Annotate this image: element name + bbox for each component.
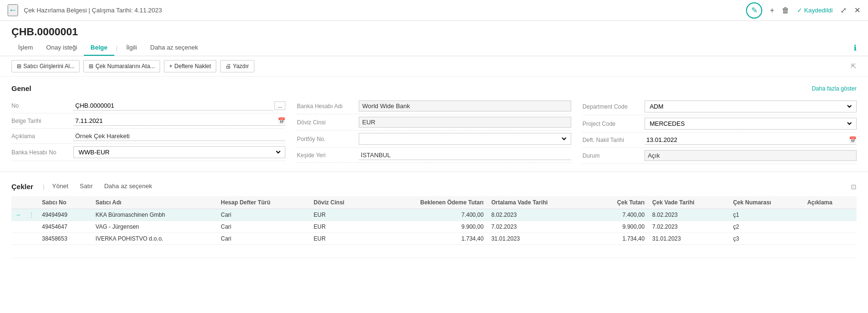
row-menu-cell[interactable] (25, 221, 38, 233)
row-ortalama-vade-tarihi: 31.01.2023 (487, 233, 591, 245)
cekler-title: Çekler (11, 182, 33, 191)
row-satici-no: 49494949 (38, 209, 92, 221)
show-more-link[interactable]: Daha fazla göster (812, 85, 857, 92)
saved-label: ✓ Kaydedildi (797, 7, 833, 14)
doviz-cinsi-input (359, 117, 571, 128)
deft-calendar-icon[interactable]: 📅 (849, 136, 857, 143)
project-code-label: Project Code (583, 121, 645, 127)
banka-hesabi-adi-label: Banka Hesabı Adı (297, 103, 359, 110)
deftere-naklet-icon: + (169, 63, 172, 70)
row-doviz-cinsi: EUR (310, 233, 372, 245)
col-ortalama-vade-tarihi: Ortalama Vade Tarihi (487, 196, 591, 209)
table-row[interactable]: 38458653 IVERKA POHISTVO d.o.o. Cari EUR… (11, 233, 857, 245)
row-arrow-cell (11, 233, 25, 245)
banka-hesabi-adi-row: Banka Hesabı Adı (297, 98, 571, 114)
satici-girisleri-icon: ⊞ (17, 63, 21, 70)
calendar-icon[interactable]: 📅 (278, 117, 285, 124)
col-cek-numarasi: Çek Numarası (729, 196, 804, 209)
genel-form: No ... Belge Tarihi 📅 Açıklama (11, 98, 857, 164)
col-menu (25, 196, 38, 209)
info-icon: ℹ (854, 44, 857, 52)
banka-hesabi-no-select[interactable]: WWB-EUR (77, 148, 282, 156)
tab-islem[interactable]: İşlem (11, 40, 40, 56)
row-cek-numarasi: ç3 (729, 233, 804, 245)
row-ortalama-vade-tarihi: 7.02.2023 (487, 221, 591, 233)
project-code-row: Project Code MERCEDES (583, 115, 857, 132)
portfoy-no-row: Portföy No. (297, 131, 571, 148)
banka-hesabi-adi-input (359, 101, 571, 111)
yazdir-icon: 🖨 (225, 63, 231, 70)
genel-title: Genel (11, 84, 31, 92)
row-aciklama (803, 209, 857, 221)
row-satici-adi: IVERKA POHISTVO d.o.o. (92, 233, 217, 245)
deft-nakil-tarihi-row: Deft. Nakil Tarihi 📅 (583, 132, 857, 148)
edit-button[interactable]: ✎ (746, 2, 762, 19)
deft-nakil-tarihi-input[interactable] (645, 135, 849, 144)
keside-yeri-label: Keşide Yeri (297, 152, 359, 159)
row-cek-vade-tarihi: 31.01.2023 (648, 233, 729, 245)
no-value: ... (73, 101, 285, 111)
belge-tarihi-row: Belge Tarihi 📅 (11, 113, 285, 129)
cekler-table: Satıcı No Satıcı Adı Hesap Defter Türü D… (11, 196, 857, 258)
department-code-row: Department Code ADM (583, 98, 857, 115)
back-button[interactable]: ← (8, 4, 18, 16)
yazdir-button[interactable]: 🖨 Yazdır (220, 60, 254, 72)
row-cek-vade-tarihi: 8.02.2023 (648, 209, 729, 221)
cekler-header: Çekler | Yönet Satır Daha az seçenek ⊡ (11, 180, 857, 193)
banka-hesabi-no-label: Banka Hesabı No (11, 149, 73, 156)
row-cek-tutari: 7.400,00 (591, 209, 648, 221)
col-satici-no: Satıcı No (38, 196, 92, 209)
col-doviz-cinsi: Döviz Cinsi (310, 196, 372, 209)
expand-button[interactable]: ⤢ (840, 6, 847, 15)
col-satici-adi: Satıcı Adı (92, 196, 217, 209)
department-code-select[interactable]: ADM (648, 102, 853, 111)
cekler-section: Çekler | Yönet Satır Daha az seçenek ⊡ S… (0, 176, 868, 262)
row-aciklama (803, 233, 857, 245)
keside-yeri-input[interactable] (359, 151, 571, 160)
tab-onay[interactable]: Onay isteği (40, 40, 84, 56)
col-cek-vade-tarihi: Çek Vade Tarihi (648, 196, 729, 209)
row-satici-no: 38458653 (38, 233, 92, 245)
table-row[interactable]: 49454647 VAG - Jürgensen Cari EUR 9.900,… (11, 221, 857, 233)
no-extra-btn[interactable]: ... (274, 101, 285, 110)
cek-numaralari-ata-button[interactable]: ⊞ Çek Numaralarını Ata... (83, 60, 160, 72)
row-aciklama (803, 221, 857, 233)
doc-title: ÇHB.0000001 (0, 21, 868, 40)
tab-daha-az[interactable]: Daha az seçenek (143, 40, 204, 56)
row-doviz-cinsi: EUR (310, 209, 372, 221)
table-row[interactable]: → ⋮ 49494949 KKA Büromaschinen Gmbh Cari… (11, 209, 857, 221)
aciklama-input[interactable] (73, 131, 285, 141)
form-col-1: No ... Belge Tarihi 📅 Açıklama (11, 98, 285, 164)
tab-belge[interactable]: Belge (84, 40, 114, 56)
row-arrow-cell (11, 221, 25, 233)
deftere-naklet-button[interactable]: + Deftere Naklet (164, 60, 216, 72)
topbar-actions: ✎ + 🗑 ✓ Kaydedildi ⤢ ✕ (746, 2, 860, 19)
cekler-tab-yonet[interactable]: Yönet (46, 180, 74, 193)
row-arrow-cell: → (11, 209, 25, 221)
no-input[interactable] (73, 101, 273, 111)
row-cek-tutari: 1.734,40 (591, 233, 648, 245)
cekler-tab-satir[interactable]: Satır (74, 180, 98, 193)
cekler-resize-icon[interactable]: ⊡ (851, 183, 857, 191)
close-button[interactable]: ✕ (854, 6, 860, 15)
row-cek-tutari: 9.900,00 (591, 221, 648, 233)
project-code-select[interactable]: MERCEDES (648, 120, 853, 128)
cekler-tab-daha-az[interactable]: Daha az seçenek (99, 180, 158, 193)
deft-nakil-tarihi-label: Deft. Nakil Tarihi (583, 137, 645, 143)
tab-ilgili[interactable]: İlgili (120, 40, 143, 56)
row-satici-adi: VAG - Jürgensen (92, 221, 217, 233)
no-label: No (11, 102, 73, 109)
col-aciklama: Açıklama (803, 196, 857, 209)
table-empty-row (11, 245, 857, 258)
portfoy-no-label: Portföy No. (297, 136, 359, 142)
add-button[interactable]: + (770, 6, 774, 15)
delete-button[interactable]: 🗑 (782, 6, 789, 15)
row-menu-cell[interactable]: ⋮ (25, 209, 38, 221)
col-beklenen-odeme-tutari: Beklenen Ödeme Tutarı (372, 196, 487, 209)
belge-tarihi-input[interactable] (73, 116, 278, 125)
durum-input (645, 150, 857, 161)
doviz-cinsi-row: Döviz Cinsi (297, 114, 571, 131)
satici-girisleri-al-button[interactable]: ⊞ Satıcı Girişlerini Al... (11, 60, 80, 72)
portfoy-no-select[interactable] (362, 135, 567, 143)
row-menu-cell[interactable] (25, 233, 38, 245)
